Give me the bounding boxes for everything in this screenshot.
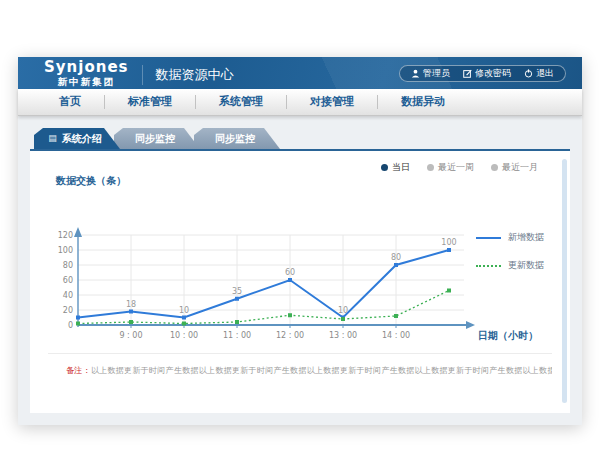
chart-row: 0204060801001209 : 0010 : 0011 : 0012 : … xyxy=(38,187,562,351)
svg-text:40: 40 xyxy=(63,291,73,300)
app-window: Synjones 新中新集团 数据资源中心 管理员 修改密码 xyxy=(18,57,582,425)
chart-legend: 新增数据更新数据 xyxy=(476,231,562,272)
filter-label: 当日 xyxy=(392,161,410,174)
legend-swatch xyxy=(476,265,501,267)
footnote: 备注：以上数据更新于时间产生数据以上数据更新于时间产生数据以上数据更新于时间产生… xyxy=(48,353,552,376)
page-background: Synjones 新中新集团 数据资源中心 管理员 修改密码 xyxy=(0,0,600,450)
legend-item-1: 更新数据 xyxy=(476,259,562,272)
svg-text:10 : 00: 10 : 00 xyxy=(170,331,198,340)
app-title: 数据资源中心 xyxy=(142,65,234,85)
change-password-button[interactable]: 修改密码 xyxy=(463,67,511,80)
svg-text:12 : 00: 12 : 00 xyxy=(276,331,304,340)
svg-text:9 : 00: 9 : 00 xyxy=(119,331,142,340)
tab-0[interactable]: ▤系统介绍 xyxy=(34,128,120,149)
svg-text:100: 100 xyxy=(58,246,73,255)
nav-item-2[interactable]: 系统管理 xyxy=(195,95,286,109)
chart-panel: 当日最近一周最近一月 数据交换（条） 0204060801001209 : 00… xyxy=(30,149,570,413)
nav-item-0[interactable]: 首页 xyxy=(36,95,104,109)
power-icon xyxy=(524,69,533,78)
svg-text:日期（小时）: 日期（小时） xyxy=(478,330,538,341)
filter-radio-2[interactable]: 最近一月 xyxy=(491,161,538,174)
logo: Synjones 新中新集团 xyxy=(18,60,129,87)
radio-icon xyxy=(381,164,388,171)
filter-label: 最近一周 xyxy=(438,161,474,174)
logo-wordmark: Synjones xyxy=(44,60,129,75)
tab-label: 同步监控 xyxy=(135,132,175,146)
y-axis-title: 数据交换（条） xyxy=(56,175,562,187)
user-icon xyxy=(411,69,420,78)
footnote-text: 以上数据更新于时间产生数据以上数据更新于时间产生数据以上数据更新于时间产生数据以… xyxy=(91,366,552,375)
filter-radio-0[interactable]: 当日 xyxy=(381,161,410,174)
header: Synjones 新中新集团 数据资源中心 管理员 修改密码 xyxy=(18,57,582,89)
range-filter-group: 当日最近一周最近一月 xyxy=(38,159,562,175)
filter-label: 最近一月 xyxy=(502,161,538,174)
user-button[interactable]: 管理员 xyxy=(411,67,450,80)
content-area: ▤系统介绍同步监控同步监控 当日最近一周最近一月 数据交换（条） 0204060… xyxy=(18,116,582,425)
logo-subtitle: 新中新集团 xyxy=(44,77,129,87)
legend-item-0: 新增数据 xyxy=(476,231,562,244)
panel-scrollbar[interactable] xyxy=(562,159,567,403)
svg-text:11 : 00: 11 : 00 xyxy=(223,331,251,340)
tab-label: 同步监控 xyxy=(215,132,255,146)
logout-button[interactable]: 退出 xyxy=(524,67,554,80)
tab-bar: ▤系统介绍同步监控同步监控 xyxy=(34,128,570,149)
svg-text:80: 80 xyxy=(63,261,73,270)
footnote-label: 备注： xyxy=(66,366,91,375)
tab-1[interactable]: 同步监控 xyxy=(114,128,200,149)
legend-label: 新增数据 xyxy=(508,231,544,244)
document-icon: ▤ xyxy=(48,134,57,143)
legend-swatch xyxy=(476,237,501,239)
logout-label: 退出 xyxy=(536,67,554,80)
svg-text:10: 10 xyxy=(338,306,348,315)
legend-label: 更新数据 xyxy=(508,259,544,272)
svg-text:120: 120 xyxy=(58,231,73,240)
radio-icon xyxy=(491,164,498,171)
user-name: 管理员 xyxy=(423,67,450,80)
filter-radio-1[interactable]: 最近一周 xyxy=(427,161,474,174)
tab-2[interactable]: 同步监控 xyxy=(194,128,280,149)
user-toolbar: 管理员 修改密码 退出 xyxy=(399,65,566,82)
edit-icon xyxy=(463,69,472,78)
radio-icon xyxy=(427,164,434,171)
svg-text:80: 80 xyxy=(391,253,401,262)
main-nav: 首页标准管理系统管理对接管理数据异动 xyxy=(18,89,582,116)
svg-text:35: 35 xyxy=(232,287,242,296)
svg-text:20: 20 xyxy=(63,306,73,315)
svg-text:60: 60 xyxy=(63,276,73,285)
svg-text:18: 18 xyxy=(126,300,136,309)
change-password-label: 修改密码 xyxy=(475,67,511,80)
nav-item-4[interactable]: 数据异动 xyxy=(377,95,468,109)
nav-item-3[interactable]: 对接管理 xyxy=(286,95,377,109)
line-chart: 0204060801001209 : 0010 : 0011 : 0012 : … xyxy=(38,187,538,351)
svg-text:14 : 00: 14 : 00 xyxy=(382,331,410,340)
tab-label: 系统介绍 xyxy=(62,132,102,146)
nav-item-1[interactable]: 标准管理 xyxy=(104,95,195,109)
svg-text:13 : 00: 13 : 00 xyxy=(329,331,357,340)
svg-text:60: 60 xyxy=(285,268,295,277)
svg-text:10: 10 xyxy=(179,306,189,315)
svg-text:100: 100 xyxy=(441,238,456,247)
svg-text:0: 0 xyxy=(68,321,73,330)
